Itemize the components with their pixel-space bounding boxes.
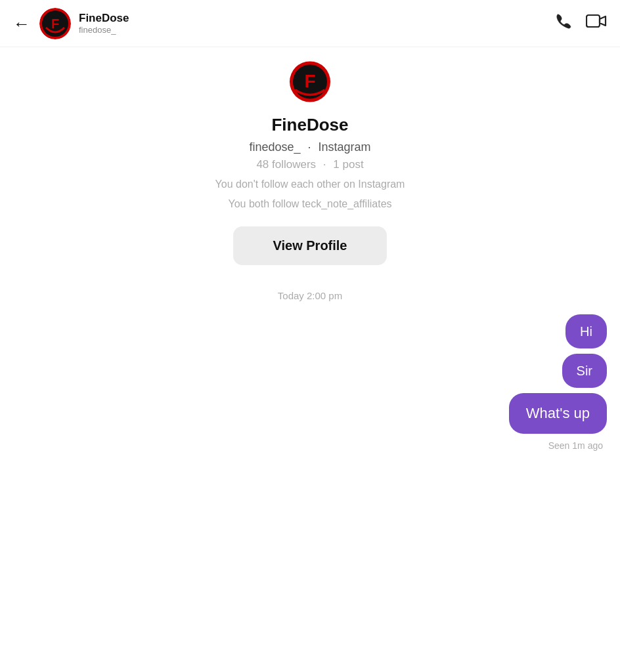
dot-separator-1: ·	[308, 140, 311, 154]
message-timestamp: Today 2:00 pm	[0, 278, 620, 308]
chat-header: ← F FineDose finedose_	[0, 0, 620, 47]
message-bubble-hi: Hi	[565, 314, 607, 348]
profile-section: F FineDose finedose_ · Instagram 48 foll…	[0, 47, 620, 278]
profile-meta: finedose_ · Instagram	[249, 140, 370, 154]
back-button[interactable]: ←	[13, 15, 30, 32]
view-profile-button[interactable]: View Profile	[233, 226, 386, 265]
header-username: finedose_	[79, 25, 554, 35]
message-bubble-sir: Sir	[562, 354, 607, 388]
header-info: FineDose finedose_	[79, 12, 554, 35]
followers-count: 48 followers	[256, 158, 316, 171]
header-actions	[554, 11, 607, 35]
dot-separator-2: ·	[323, 158, 329, 171]
profile-name: FineDose	[271, 115, 348, 135]
profile-platform: Instagram	[319, 140, 371, 154]
messages-area: Hi Sir What's up Seen 1m ago	[0, 308, 620, 457]
mutual-follow-text: You both follow teck_note_affiliates	[228, 196, 391, 212]
svg-rect-3	[587, 15, 600, 27]
follow-status-text: You don't follow each other on Instagram	[215, 177, 405, 192]
message-bubble-whatsup: What's up	[509, 393, 607, 434]
posts-count: 1 post	[333, 158, 363, 171]
video-icon[interactable]	[586, 12, 607, 35]
profile-username: finedose_	[249, 140, 300, 154]
call-icon[interactable]	[554, 11, 574, 35]
seen-label: Seen 1m ago	[13, 440, 607, 451]
profile-avatar-large: F	[267, 60, 353, 103]
svg-text:F: F	[304, 71, 315, 91]
header-avatar[interactable]: F	[39, 8, 71, 39]
profile-stats: 48 followers · 1 post	[256, 158, 363, 171]
svg-text:F: F	[51, 16, 59, 31]
header-name: FineDose	[79, 12, 554, 25]
